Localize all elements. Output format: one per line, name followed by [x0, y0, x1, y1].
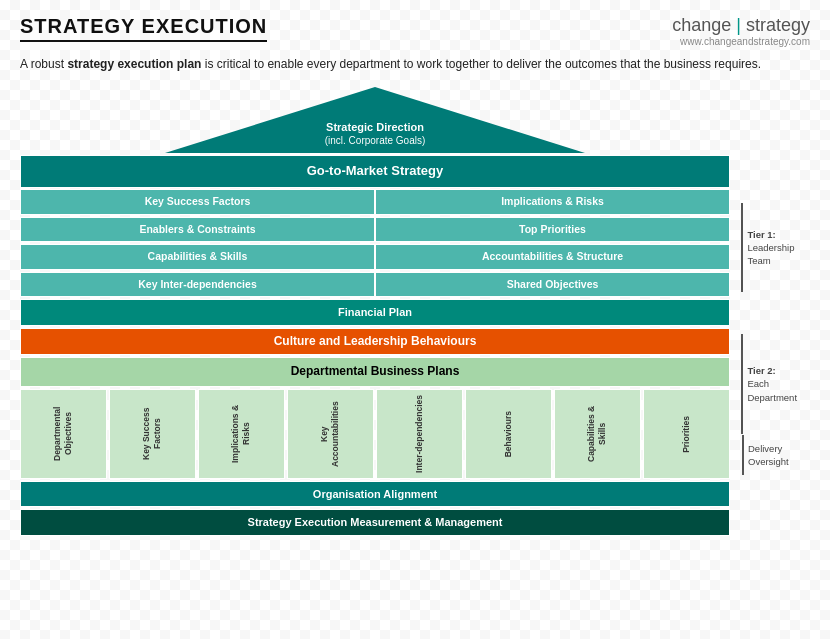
dept-col-text-7: Priorities	[681, 416, 692, 453]
key-success-factors: Key Success Factors	[20, 189, 375, 215]
enablers-constraints: Enablers & Constraints	[20, 217, 375, 243]
subtitle: A robust strategy execution plan is crit…	[20, 55, 810, 73]
strategy-exec-row: Strategy Execution Measurement & Managem…	[20, 509, 730, 535]
dept-col-7: Priorities	[643, 389, 730, 479]
subtitle-post: is critical to enable every department t…	[201, 57, 761, 71]
tier2-bracket-area: Tier 2: Each Department	[738, 334, 810, 434]
strategic-direction-container: Strategic Direction (incl. Corporate Goa…	[20, 85, 730, 155]
dept-col-text-5: Behaviours	[503, 411, 514, 457]
dept-col-text-6: Capabilities & Skills	[586, 395, 608, 473]
tier-spacer-top	[738, 85, 810, 203]
tier1-label: Tier 1: Leadership Team	[747, 203, 810, 292]
dept-col-1: Key Success Factors	[109, 389, 196, 479]
financial-plan-row: Financial Plan	[20, 299, 730, 325]
tier1-row-1: Enablers & Constraints Top Priorities	[20, 217, 730, 243]
delivery-label: Delivery Oversight	[748, 435, 789, 475]
dept-plans-cell: Departmental Business Plans	[20, 357, 730, 387]
page-title-area: Strategy Execution	[20, 15, 267, 42]
tier-labels: Tier 1: Leadership Team Tier 2: Each Dep…	[730, 85, 810, 537]
dept-col-text-4: Inter-dependencies	[414, 395, 425, 473]
tier1-row-0: Key Success Factors Implications & Risks	[20, 189, 730, 215]
delivery-bracket	[738, 435, 744, 475]
strategic-direction-line1: Strategic Direction	[275, 120, 475, 134]
subtitle-bold: strategy execution plan	[67, 57, 201, 71]
gtm-row: Go-to-Market Strategy	[20, 155, 730, 188]
subtitle-pre: A robust	[20, 57, 67, 71]
logo-text: change | strategy	[672, 15, 810, 36]
dept-col-text-1: Key Success Factors	[141, 395, 163, 473]
dept-col-4: Inter-dependencies	[376, 389, 463, 479]
logo-url: www.changeandstrategy.com	[672, 36, 810, 47]
tier2-bracket	[738, 334, 743, 434]
culture-cell: Culture and Leadership Behaviours	[20, 328, 730, 356]
tier1-label-line2: Leadership Team	[747, 241, 810, 268]
gtm-cell: Go-to-Market Strategy	[20, 155, 730, 188]
strategic-direction-text: Strategic Direction (incl. Corporate Goa…	[275, 120, 475, 147]
key-interdependencies: Key Inter-dependencies	[20, 272, 375, 298]
capabilities-skills: Capabilities & Skills	[20, 244, 375, 270]
header: Strategy Execution change | strategy www…	[20, 15, 810, 47]
implications-risks: Implications & Risks	[375, 189, 730, 215]
logo-word2: strategy	[741, 15, 810, 35]
delivery-bracket-area: Delivery Oversight	[738, 435, 810, 475]
culture-row: Culture and Leadership Behaviours	[20, 328, 730, 356]
financial-plan: Financial Plan	[20, 299, 730, 325]
tier2-label: Tier 2: Each Department	[747, 334, 810, 434]
dept-col-5: Behaviours	[465, 389, 552, 479]
delivery-line1: Delivery	[748, 442, 789, 455]
dept-col-2: Implications & Risks	[198, 389, 285, 479]
dept-columns: Departmental Objectives Key Success Fact…	[20, 389, 730, 479]
dept-col-text-0: Departmental Objectives	[52, 395, 74, 473]
logo-area: change | strategy www.changeandstrategy.…	[672, 15, 810, 47]
tier1-bracket-area: Tier 1: Leadership Team	[738, 203, 810, 292]
org-alignment-row: Organisation Alignment	[20, 481, 730, 507]
strategic-direction-line2: (incl. Corporate Goals)	[275, 134, 475, 147]
top-priorities: Top Priorities	[375, 217, 730, 243]
diagram: Strategic Direction (incl. Corporate Goa…	[20, 85, 810, 537]
dept-col-6: Capabilities & Skills	[554, 389, 641, 479]
dept-col-0: Departmental Objectives	[20, 389, 107, 479]
dept-col-text-3: Key Accountabilities	[319, 395, 341, 473]
dept-plans-row: Departmental Business Plans	[20, 357, 730, 387]
tier1-row-2: Capabilities & Skills Accountabilities &…	[20, 244, 730, 270]
page-title: Strategy Execution	[20, 15, 267, 42]
dept-col-text-2: Implications & Risks	[230, 395, 252, 473]
strategy-exec-cell: Strategy Execution Measurement & Managem…	[20, 509, 730, 535]
tier1-label-line1: Tier 1:	[747, 228, 810, 241]
tier-spacer-mid	[738, 292, 810, 334]
tier2-label-line1: Tier 2:	[747, 364, 810, 377]
shared-objectives: Shared Objectives	[375, 272, 730, 298]
dept-col-3: Key Accountabilities	[287, 389, 374, 479]
org-alignment-cell: Organisation Alignment	[20, 481, 730, 507]
tier1-bracket	[738, 203, 743, 292]
tier1-row-3: Key Inter-dependencies Shared Objectives	[20, 272, 730, 298]
diagram-main: Strategic Direction (incl. Corporate Goa…	[20, 85, 730, 537]
accountabilities-structure: Accountabilities & Structure	[375, 244, 730, 270]
tier2-label-line2: Each Department	[747, 377, 810, 404]
logo-word1: change	[672, 15, 736, 35]
delivery-line2: Oversight	[748, 455, 789, 468]
